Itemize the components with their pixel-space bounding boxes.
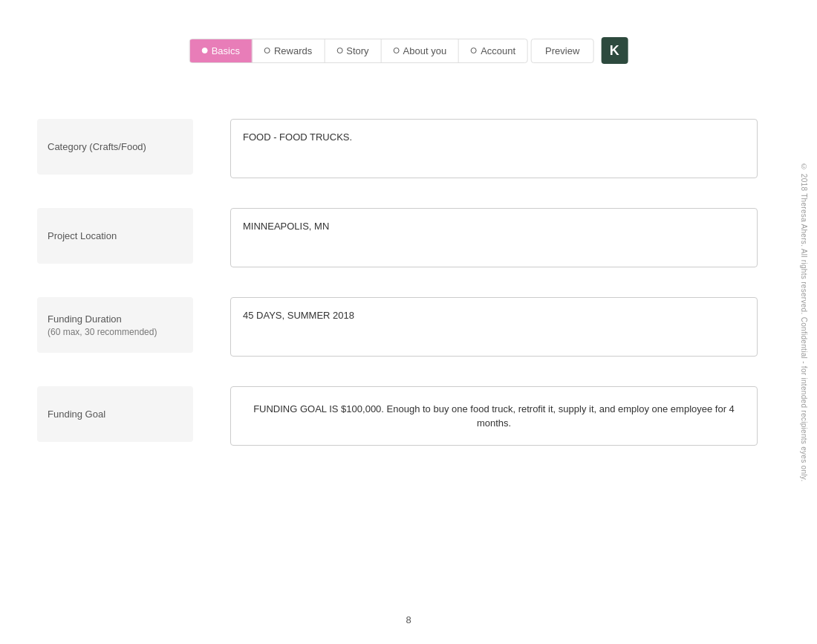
label-box-3: Funding Goal: [37, 386, 193, 442]
field-value: FOOD - FOOD TRUCKS.: [243, 130, 352, 145]
field-value: FUNDING GOAL IS $100,000. Enough to buy …: [243, 402, 745, 431]
form-row: Funding GoalFUNDING GOAL IS $100,000. En…: [37, 386, 758, 446]
tab-story[interactable]: Story: [325, 39, 381, 62]
field-label: Funding Goal: [48, 409, 105, 420]
page-number: 8: [406, 614, 411, 625]
form-row: Category (Crafts/Food)FOOD - FOOD TRUCKS…: [37, 119, 758, 178]
tab-dot-icon: [471, 48, 477, 53]
label-box-0: Category (Crafts/Food): [37, 119, 193, 175]
field-value: MINNEAPOLIS, MN: [243, 219, 329, 234]
field-value: 45 DAYS, SUMMER 2018: [243, 308, 354, 323]
tab-dot-icon: [202, 48, 208, 53]
watermark-text: © 2018 Theresa Ahers. All rights reserve…: [800, 163, 808, 481]
field-label: Funding Duration: [48, 313, 122, 325]
tab-label: Basics: [212, 45, 240, 56]
input-box-1[interactable]: MINNEAPOLIS, MN: [230, 208, 758, 267]
tab-dot-icon: [336, 48, 342, 53]
form-row: Funding Duration(60 max, 30 recommended)…: [37, 297, 758, 357]
tab-dot-icon: [264, 48, 270, 53]
input-box-3[interactable]: FUNDING GOAL IS $100,000. Enough to buy …: [230, 386, 758, 446]
kickstarter-logo: K: [601, 37, 628, 64]
tab-label: About you: [403, 45, 447, 56]
field-label: Project Location: [48, 230, 117, 241]
form-row: Project LocationMINNEAPOLIS, MN: [37, 208, 758, 267]
input-box-0[interactable]: FOOD - FOOD TRUCKS.: [230, 119, 758, 178]
main-content: Category (Crafts/Food)FOOD - FOOD TRUCKS…: [37, 119, 758, 475]
tab-basics[interactable]: Basics: [190, 39, 253, 62]
field-label: Category (Crafts/Food): [48, 141, 146, 152]
tab-label: Rewards: [274, 45, 312, 56]
navigation-container: BasicsRewardsStoryAbout youAccount Previ…: [189, 37, 628, 64]
tab-dot-icon: [394, 48, 400, 53]
tab-preview[interactable]: Preview: [531, 39, 593, 63]
input-box-2[interactable]: 45 DAYS, SUMMER 2018: [230, 297, 758, 357]
tab-label: Account: [481, 45, 515, 56]
tab-bar: BasicsRewardsStoryAbout youAccount: [189, 39, 528, 63]
label-box-1: Project Location: [37, 208, 193, 264]
field-label-sub: (60 max, 30 recommended): [48, 327, 157, 337]
tab-label: Story: [346, 45, 368, 56]
tab-rewards[interactable]: Rewards: [253, 39, 325, 62]
label-box-2: Funding Duration(60 max, 30 recommended): [37, 297, 193, 353]
tab-account[interactable]: Account: [459, 39, 527, 62]
tab-about-you[interactable]: About you: [382, 39, 460, 62]
